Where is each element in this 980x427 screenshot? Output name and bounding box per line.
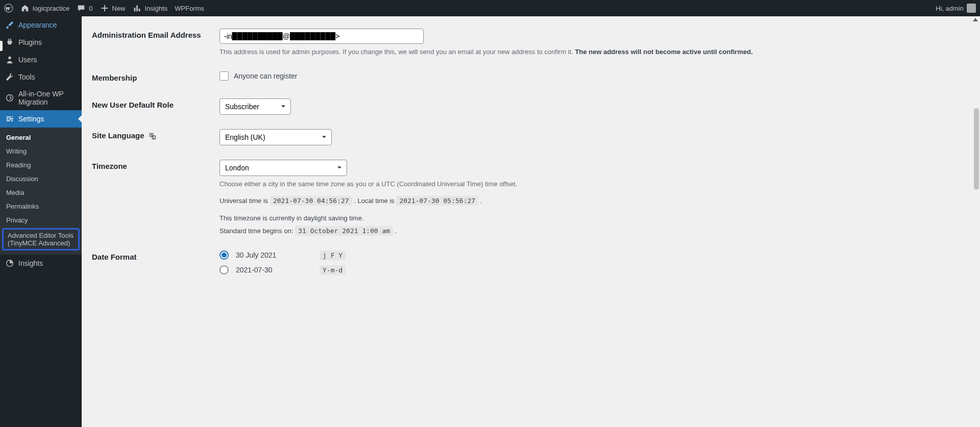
default-role-label: New User Default Role <box>92 91 214 122</box>
scroll-up-icon <box>973 17 978 21</box>
submenu-media[interactable]: Media <box>0 186 82 199</box>
submenu-writing[interactable]: Writing <box>0 144 82 158</box>
submenu-permalinks[interactable]: Permalinks <box>0 199 82 213</box>
plus-icon <box>100 4 109 13</box>
membership-label: Membership <box>92 64 214 91</box>
sidebar-item-tools[interactable]: Tools <box>0 68 82 86</box>
date-format-sample-2: 2021-07-30 <box>236 266 312 274</box>
greeting: Hi, admin <box>936 5 964 12</box>
avatar <box>967 4 976 13</box>
sidebar-item-settings[interactable]: Settings <box>0 110 82 128</box>
local-time-value: 2021-07-30 05:56:27 <box>396 196 478 206</box>
admin-email-label: Administration Email Address <box>92 21 214 64</box>
comments-count: 0 <box>89 5 92 12</box>
settings-submenu: General Writing Reading Discussion Media… <box>0 128 82 255</box>
collapse-handle[interactable] <box>0 41 3 51</box>
submenu-general[interactable]: General <box>0 131 82 144</box>
timezone-dst-note: This timezone is currently in daylight s… <box>219 213 965 223</box>
insights-label: Insights <box>145 5 168 12</box>
sliders-icon <box>5 114 14 123</box>
admin-bar: logicpractice 0 New Insights WPForms Hi,… <box>0 0 980 16</box>
sidebar-item-label: Tools <box>18 73 35 81</box>
user-icon <box>5 55 14 64</box>
new-content[interactable]: New <box>100 4 126 13</box>
std-time-value: 31 October 2021 1:00 am <box>295 226 393 236</box>
default-role-select[interactable]: Subscriber <box>219 98 291 115</box>
site-name: logicpractice <box>33 5 69 12</box>
new-label: New <box>112 5 126 12</box>
date-format-code-1: j F Y <box>320 250 346 260</box>
submenu-reading[interactable]: Reading <box>0 158 82 172</box>
sidebar-item-users[interactable]: Users <box>0 51 82 68</box>
account-link[interactable]: Hi, admin <box>936 4 976 13</box>
date-format-sample-1: 30 July 2021 <box>236 251 312 259</box>
site-language-select[interactable]: English (UK) <box>219 129 332 145</box>
home-icon <box>20 4 30 13</box>
universal-time-value: 2021-07-30 04:56:27 <box>270 196 352 206</box>
date-format-radio-2[interactable] <box>219 265 229 274</box>
insights-link[interactable]: Insights <box>133 4 168 13</box>
date-format-code-2: Y-m-d <box>320 265 346 275</box>
comments-link[interactable]: 0 <box>77 4 92 13</box>
comment-icon <box>77 4 86 13</box>
submenu-advanced-editor-tools[interactable]: Advanced Editor Tools (TinyMCE Advanced) <box>2 228 80 250</box>
scrollbar[interactable] <box>972 16 980 427</box>
date-format-radio-1[interactable] <box>219 250 229 260</box>
submenu-discussion[interactable]: Discussion <box>0 172 82 186</box>
wrench-icon <box>5 72 14 82</box>
site-language-label: Site Language <box>92 122 214 153</box>
chart-icon <box>5 259 14 268</box>
svg-point-2 <box>7 95 13 102</box>
wpforms-label: WPForms <box>175 5 204 12</box>
migrate-icon <box>5 93 14 103</box>
timezone-label: Timezone <box>92 153 214 243</box>
wordpress-icon <box>4 4 13 13</box>
translate-icon <box>149 132 157 140</box>
submenu-privacy[interactable]: Privacy <box>0 213 82 227</box>
sidebar-item-label: All-in-One WP Migration <box>18 90 77 106</box>
sidebar-item-label: Appearance <box>18 21 57 29</box>
timezone-times: Universal time is 2021-07-30 04:56:27 . … <box>219 196 965 206</box>
date-format-label: Date Format <box>92 243 214 287</box>
anyone-can-register-label: Anyone can register <box>234 72 298 80</box>
plug-icon <box>5 38 14 47</box>
timezone-help: Choose either a city in the same time zo… <box>219 179 965 189</box>
sidebar-item-label: Insights <box>18 259 43 267</box>
brush-icon <box>5 20 14 30</box>
anyone-can-register-checkbox[interactable] <box>219 71 229 81</box>
admin-email-help: This address is used for admin purposes.… <box>219 47 965 57</box>
bars-icon <box>133 4 142 13</box>
settings-general-form: Administration Email Address This addres… <box>82 16 980 427</box>
admin-email-input[interactable] <box>219 29 424 44</box>
wp-logo[interactable] <box>4 4 13 13</box>
site-link[interactable]: logicpractice <box>20 4 69 13</box>
sidebar-item-insights[interactable]: Insights <box>0 255 82 272</box>
sidebar-item-migration[interactable]: All-in-One WP Migration <box>0 86 82 110</box>
admin-sidebar: Appearance Plugins Users Tools All-in-On… <box>0 16 82 427</box>
sidebar-item-appearance[interactable]: Appearance <box>0 16 82 34</box>
scroll-thumb[interactable] <box>974 108 979 190</box>
timezone-select[interactable]: London <box>219 160 347 176</box>
sidebar-item-plugins[interactable]: Plugins <box>0 34 82 51</box>
svg-point-1 <box>8 57 11 59</box>
wpforms-link[interactable]: WPForms <box>175 5 204 12</box>
sidebar-item-label: Users <box>18 56 37 64</box>
sidebar-item-label: Settings <box>18 115 44 123</box>
timezone-std-note: Standard time begins on: 31 October 2021… <box>219 226 965 236</box>
sidebar-item-label: Plugins <box>18 38 42 46</box>
